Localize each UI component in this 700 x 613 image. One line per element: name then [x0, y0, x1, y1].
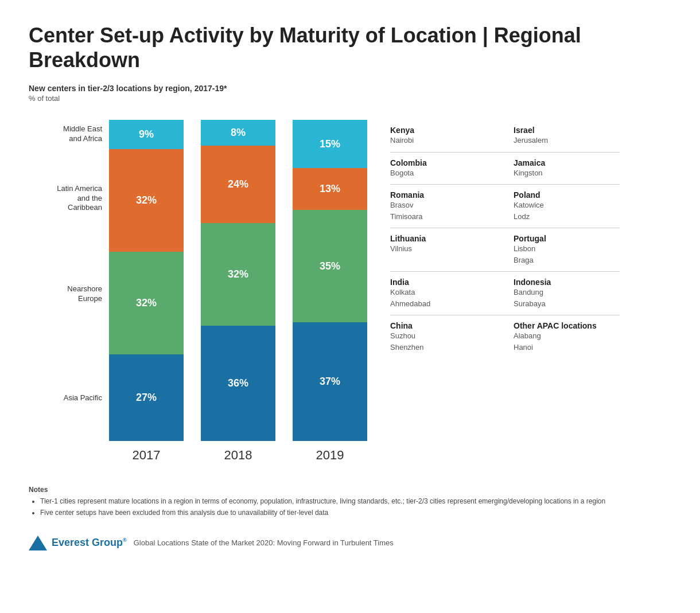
- notes-title: Notes: [29, 486, 671, 494]
- legend-colombia: Colombia Bogota: [390, 158, 496, 179]
- bar-group-2019: 37% 35% 13% 15% 2019: [293, 120, 367, 463]
- year-2019: 2019: [316, 448, 344, 463]
- legend-israel: Israel Jerusalem: [514, 126, 620, 146]
- bar-2017: 27% 32% 32% 9%: [109, 120, 184, 441]
- bar-2017-mea: 9%: [109, 120, 184, 149]
- bar-2018-mea: 8%: [201, 120, 275, 146]
- legend-indonesia: Indonesia BandungSurabaya: [514, 278, 620, 309]
- bar-2019: 37% 35% 13% 15%: [293, 120, 367, 441]
- bar-2019-latam: 13%: [293, 168, 367, 210]
- legend-india: India KolkataAhmedabad: [390, 278, 496, 309]
- year-2017: 2017: [133, 448, 161, 463]
- chart-area: Middle Eastand Africa Latin Americaand t…: [29, 120, 671, 463]
- legend-row-3: Romania BrasovTimisoara Poland KatowiceL…: [390, 185, 620, 228]
- y-label-apac: Asia Pacific: [29, 355, 102, 441]
- year-2018: 2018: [224, 448, 252, 463]
- bar-2017-latam: 32%: [109, 149, 184, 252]
- bar-group-2018: 36% 32% 24% 8% 2018: [201, 120, 275, 463]
- footer: Everest Group® Global Locations State of…: [29, 536, 671, 550]
- legend-row-4: Lithuania Vilnius Portugal LisbonBraga: [390, 228, 620, 272]
- legend-china: China SuzhouShenzhen: [390, 321, 496, 353]
- bar-2017-apac: 27%: [109, 354, 184, 441]
- y-axis-labels: Middle Eastand Africa Latin Americaand t…: [29, 120, 109, 441]
- y-label-nearshore: NearshoreEurope: [29, 248, 102, 340]
- notes-area: Notes Tier-1 cities represent mature loc…: [29, 486, 671, 518]
- legend-row-1: Kenya Nairobi Israel Jerusalem: [390, 120, 620, 153]
- legend-area: Kenya Nairobi Israel Jerusalem Colombia …: [390, 120, 620, 358]
- bar-2017-nearshore: 32%: [109, 252, 184, 354]
- legend-row-2: Colombia Bogota Jamaica Kingston: [390, 153, 620, 185]
- legend-poland: Poland KatowiceLodz: [514, 190, 620, 222]
- y-label-latam: Latin Americaand theCaribbean: [29, 164, 102, 233]
- bars-container: 27% 32% 32% 9% 2017 36% 32% 24% 8% 2018 …: [109, 120, 367, 463]
- legend-portugal: Portugal LisbonBraga: [514, 234, 620, 265]
- bar-2018-latam: 24%: [201, 146, 275, 222]
- subtitle-bold: New centers in tier-2/3 locations by reg…: [29, 84, 671, 93]
- y-label-mea: Middle Eastand Africa: [29, 120, 102, 149]
- footer-text: Global Locations State of the Market 202…: [134, 538, 394, 547]
- bar-2018: 36% 32% 24% 8%: [201, 120, 275, 441]
- legend-row-6: China SuzhouShenzhen Other APAC location…: [390, 315, 620, 358]
- bar-2019-mea: 15%: [293, 120, 367, 168]
- note-2: Five center setups have been excluded fr…: [40, 507, 671, 518]
- bar-2018-nearshore: 32%: [201, 223, 275, 326]
- page-title: Center Set-up Activity by Maturity of Lo…: [29, 23, 671, 72]
- note-1: Tier-1 cities represent mature locations…: [40, 496, 671, 507]
- legend-kenya: Kenya Nairobi: [390, 126, 496, 146]
- notes-list: Tier-1 cities represent mature locations…: [29, 496, 671, 518]
- legend-other-apac: Other APAC locations AlabangHanoi: [514, 321, 620, 353]
- bar-2019-apac: 37%: [293, 322, 367, 441]
- legend-lithuania: Lithuania Vilnius: [390, 234, 496, 265]
- everest-logo: Everest Group®: [29, 536, 127, 550]
- logo-triangle-icon: [29, 536, 47, 550]
- legend-jamaica: Jamaica Kingston: [514, 158, 620, 179]
- legend-row-5: India KolkataAhmedabad Indonesia Bandung…: [390, 272, 620, 315]
- logo-text: Everest Group®: [52, 537, 127, 549]
- bar-group-2017: 27% 32% 32% 9% 2017: [109, 120, 184, 463]
- legend-romania: Romania BrasovTimisoara: [390, 190, 496, 222]
- bar-2019-nearshore: 35%: [293, 210, 367, 322]
- bar-2018-apac: 36%: [201, 326, 275, 442]
- subtitle-light: % of total: [29, 94, 671, 103]
